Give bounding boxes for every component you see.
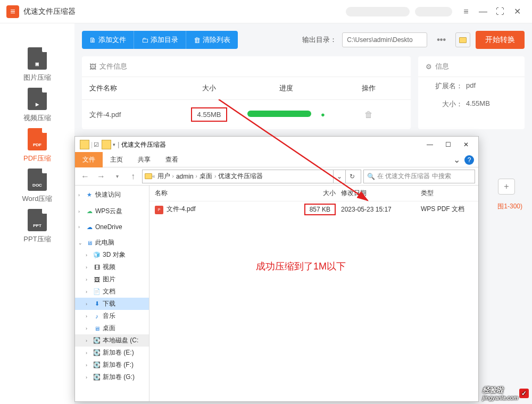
list-row[interactable]: P文件-4.pdf 857 KB 2023-05-23 15:17 WPS PD… bbox=[149, 201, 478, 217]
nav-back-icon[interactable]: ← bbox=[78, 170, 92, 183]
nav-forward-icon[interactable]: → bbox=[94, 170, 108, 183]
search-input[interactable]: 🔍在 优速文件压缩器 中搜索 bbox=[363, 170, 475, 183]
ribbon-collapse-icon[interactable]: ⌄ bbox=[453, 155, 460, 165]
add-dir-button[interactable]: 🗀添加目录 bbox=[134, 31, 186, 49]
tree-label: 快速访问 bbox=[95, 190, 121, 199]
qat-dropdown-icon[interactable]: ▾ bbox=[113, 142, 115, 147]
add-button[interactable]: + bbox=[498, 179, 515, 195]
info-label: 信息 bbox=[435, 62, 449, 71]
menu-icon[interactable]: ≡ bbox=[458, 3, 475, 20]
browse-dots-button[interactable]: ••• bbox=[433, 33, 450, 47]
tree-item[interactable]: ›💽新加卷 (E:) bbox=[75, 347, 149, 359]
crumb[interactable]: admin bbox=[174, 173, 196, 180]
output-dir-input[interactable] bbox=[342, 32, 427, 47]
explorer-minimize-icon[interactable]: — bbox=[421, 138, 439, 151]
tree-item[interactable]: ›🖥桌面 bbox=[75, 322, 149, 334]
tree-onedrive[interactable]: ›☁OneDrive bbox=[75, 222, 149, 232]
add-file-button[interactable]: 🗎添加文件 bbox=[82, 31, 134, 49]
folder-icon-2 bbox=[102, 140, 111, 149]
list-cell-name: P文件-4.pdf bbox=[155, 205, 298, 214]
tree-label: 桌面 bbox=[103, 324, 115, 333]
explorer-list: 名称 大小 修改日期 类型 P文件-4.pdf 857 KB 2023-05-2… bbox=[149, 186, 478, 401]
qat-checkbox-icon[interactable]: ☑ bbox=[93, 141, 100, 148]
col-name: 文件名称 bbox=[89, 83, 180, 93]
delete-row-button[interactable]: 🗑 bbox=[364, 110, 373, 119]
tree-item-downloads[interactable]: ›⬇下载 bbox=[75, 298, 149, 310]
list-cell-type: WPS PDF 文档 bbox=[421, 205, 473, 214]
explorer-maximize-icon[interactable]: ☐ bbox=[439, 138, 457, 151]
watermark-line1: 经验啦 bbox=[483, 385, 518, 395]
open-folder-button[interactable] bbox=[455, 32, 470, 47]
tree-item[interactable]: ›🖼图片 bbox=[75, 273, 149, 285]
tree-this-pc[interactable]: ⌄🖥此电脑 bbox=[75, 237, 149, 249]
table-row: 文件-4.pdf 4.55MB ● 🗑 bbox=[82, 100, 411, 129]
tree-item[interactable]: ›💽本地磁盘 (C: bbox=[75, 334, 149, 347]
clear-list-button[interactable]: 🗑清除列表 bbox=[186, 31, 238, 49]
ext-val: pdf bbox=[466, 81, 476, 91]
add-dir-label: 添加目录 bbox=[151, 35, 178, 45]
crumb[interactable]: 优速文件压缩器 bbox=[216, 172, 265, 181]
sidebar-item-label: Word压缩 bbox=[22, 194, 53, 204]
tree-item[interactable]: ›📄文档 bbox=[75, 285, 149, 298]
result-size-highlight: 857 KB bbox=[304, 204, 336, 215]
maximize-icon[interactable]: ⛶ bbox=[492, 3, 509, 20]
help-icon[interactable]: ? bbox=[464, 155, 474, 165]
tree-quick-access[interactable]: ›★快速访问 bbox=[75, 189, 149, 201]
refresh-icon[interactable]: ↻ bbox=[346, 170, 359, 183]
explorer-tree: ›★快速访问 ›☁WPS云盘 ›☁OneDrive ⌄🖥此电脑 ›🧊3D 对象 … bbox=[75, 186, 149, 401]
tree-label: 新加卷 (G:) bbox=[103, 373, 135, 382]
tree-item[interactable]: ›🧊3D 对象 bbox=[75, 249, 149, 261]
size-highlight: 4.55MB bbox=[191, 107, 228, 122]
list-col-date[interactable]: 修改日期 bbox=[341, 189, 421, 198]
tree-item[interactable]: ›💽新加卷 (F:) bbox=[75, 359, 149, 371]
address-input[interactable]: « 用户› admin› 桌面› 优速文件压缩器 ⌄ ↻ bbox=[142, 170, 361, 183]
explorer-title: 优速文件压缩器 bbox=[121, 140, 166, 149]
ribbon-tab-file[interactable]: 文件 bbox=[75, 152, 103, 167]
sidebar-item-video[interactable]: ▶ 视频压缩 bbox=[0, 85, 74, 125]
titlebar: ≡ 优速文件压缩器 ≡ — ⛶ ✕ bbox=[0, 0, 532, 23]
folder-icon bbox=[145, 173, 152, 179]
explorer-close-icon[interactable]: ✕ bbox=[457, 138, 475, 151]
sidebar-item-word[interactable]: DOC Word压缩 bbox=[0, 166, 74, 206]
list-col-type[interactable]: 类型 bbox=[421, 189, 473, 198]
tree-label: 文档 bbox=[103, 287, 115, 296]
crumb[interactable]: 用户 bbox=[155, 172, 172, 181]
watermark-line2: jingyanla.com bbox=[483, 395, 518, 401]
tree-label: 图片 bbox=[103, 275, 115, 284]
pdf-file-icon: PDF bbox=[28, 128, 47, 150]
tree-label: 新加卷 (F:) bbox=[103, 360, 134, 369]
ribbon-tab-home[interactable]: 主页 bbox=[103, 152, 130, 167]
app-title: 优速文件压缩器 bbox=[23, 7, 76, 16]
button-group: 🗎添加文件 🗀添加目录 🗑清除列表 bbox=[82, 31, 238, 49]
info-panel: ⚙信息 扩展名：pdf 大小：4.55MB bbox=[418, 56, 525, 129]
tree-item[interactable]: ›🎞视频 bbox=[75, 261, 149, 273]
list-col-size[interactable]: 大小 bbox=[298, 189, 341, 198]
ribbon-tab-view[interactable]: 查看 bbox=[158, 152, 186, 167]
list-col-name[interactable]: 名称 bbox=[155, 189, 298, 198]
nav-history-icon[interactable]: ▾ bbox=[110, 170, 124, 183]
address-dropdown-icon[interactable]: ⌄ bbox=[333, 170, 346, 183]
tree-label: WPS云盘 bbox=[95, 207, 122, 216]
app-logo-icon: ≡ bbox=[6, 5, 19, 18]
minimize-icon[interactable]: — bbox=[475, 3, 492, 20]
explorer-ribbon: 文件 主页 共享 查看 ⌄ ? bbox=[75, 153, 478, 167]
explorer-body: ›★快速访问 ›☁WPS云盘 ›☁OneDrive ⌄🖥此电脑 ›🧊3D 对象 … bbox=[75, 186, 478, 401]
tree-item[interactable]: ›♪音乐 bbox=[75, 310, 149, 322]
size-val: 4.55MB bbox=[466, 99, 490, 109]
start-convert-button[interactable]: 开始转换 bbox=[476, 31, 525, 49]
ribbon-tab-share[interactable]: 共享 bbox=[130, 152, 158, 167]
size-key: 大小： bbox=[426, 99, 463, 109]
nav-up-icon[interactable]: ↑ bbox=[126, 170, 140, 183]
file-panel: 🖼文件信息 文件名称 大小 进度 操作 文件-4.pdf 4.55MB ● 🗑 bbox=[82, 56, 411, 129]
sidebar-item-ppt[interactable]: PPT PPT压缩 bbox=[0, 206, 74, 247]
list-cell-size: 857 KB bbox=[298, 206, 341, 213]
user-info-blurred-2 bbox=[415, 7, 452, 16]
sidebar-item-pdf[interactable]: PDF PDF压缩 bbox=[0, 125, 74, 166]
tree-item[interactable]: ›💽新加卷 (G:) bbox=[75, 371, 149, 383]
tree-wps[interactable]: ›☁WPS云盘 bbox=[75, 205, 149, 217]
cell-size: 4.55MB bbox=[180, 107, 238, 122]
trash-icon: 🗑 bbox=[194, 36, 201, 44]
crumb[interactable]: 桌面 bbox=[197, 172, 214, 181]
close-icon[interactable]: ✕ bbox=[509, 3, 526, 20]
sidebar-item-image[interactable]: ▣ 图片压缩 bbox=[0, 45, 74, 85]
